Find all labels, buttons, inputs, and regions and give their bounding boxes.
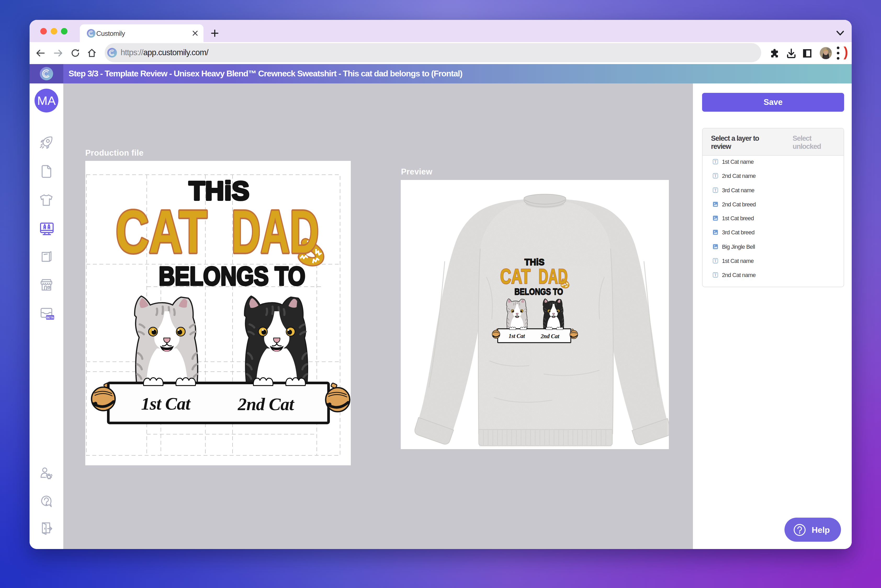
svg-text:BETA: BETA: [46, 316, 54, 319]
